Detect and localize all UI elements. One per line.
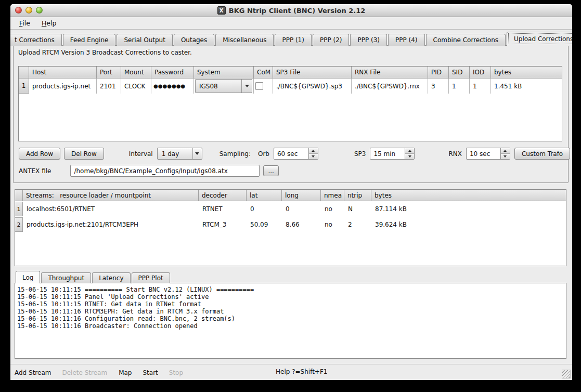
spin-arrows [405,148,414,159]
close-button[interactable] [15,7,22,14]
ntrip-cell: 2 [344,221,371,228]
combobox-arrow-button[interactable] [192,148,202,159]
com-checkbox[interactable] [255,82,263,90]
column-header-rnx-file: RNX File [352,67,428,79]
spin-arrows [500,148,510,159]
tab-bar: t Corrections Feed Engine Serial Output … [10,31,572,46]
password-cell[interactable]: ●●●●●●● [151,79,194,94]
column-header-host: Host [29,67,97,79]
spin-down-button[interactable] [405,154,414,159]
spin-up-icon [503,150,507,152]
stream-row[interactable]: 2 products.igs-ip.net:2101/RTCM3EPH RTCM… [15,217,566,232]
help-shortcut-label: Help ?=Shift+F1 [276,368,327,375]
long-cell: 0 [282,205,321,213]
corner-header-cell [15,190,23,201]
browse-button[interactable]: ... [263,165,278,176]
sid-cell[interactable]: 1 [449,79,470,94]
system-combobox[interactable]: IGS08 [195,79,252,93]
tab-combine-corrections[interactable]: Combine Corrections [426,34,506,46]
tab-ppp-1[interactable]: PPP (1) [275,34,312,46]
sp3-spinbox-value: 15 min [370,148,405,159]
resize-grip[interactable] [562,370,571,378]
orb-spinbox-value: 60 sec [274,148,308,159]
combobox-arrow-button[interactable] [241,80,252,93]
column-header-mountpoint: Streams: resource loader / mountpoint [23,190,199,201]
row-header[interactable]: 2 [15,217,23,232]
add-row-button[interactable]: Add Row [19,148,60,160]
tab-feed-engine[interactable]: Feed Engine [63,34,116,46]
sp3-label: SP3 [354,150,366,158]
title-wrap: X BKG Ntrip Client (BNC) Version 2.12 [217,6,366,15]
log-line: 15-06-15 10:11:16 RTCM3EPH: Get data in … [17,308,564,315]
column-header-sid: SID [449,67,470,79]
host-cell[interactable]: products.igs-ip.net [29,79,97,94]
column-header-sp3-file: SP3 File [273,67,352,79]
menu-item-help[interactable]: Help [37,18,61,28]
port-cell[interactable]: 2101 [97,79,121,94]
bytes-cell[interactable]: 1.451 kB [491,79,562,94]
orb-spinbox[interactable]: 60 sec [274,148,318,160]
com-cell [254,79,273,94]
log-output[interactable]: 15-06-15 10:11:15 ========== Start BNC v… [15,283,566,359]
tab-latency[interactable]: Latency [92,272,130,283]
pid-cell[interactable]: 3 [428,79,449,94]
column-header-com: CoM [254,67,273,79]
tab-miscellaneous[interactable]: Miscellaneous [215,34,274,46]
del-row-button[interactable]: Del Row [64,148,104,160]
tab-ppp-3[interactable]: PPP (3) [350,34,387,46]
spin-up-icon [312,150,315,152]
rnx-file-cell[interactable]: ./BNC${GPSWD}.rnx [352,79,428,94]
column-header-port: Port [97,67,121,79]
spin-down-button[interactable] [309,154,318,159]
tab-upload-corrections[interactable]: Upload Corrections [507,32,572,46]
add-stream-button[interactable]: Add Stream [15,369,51,376]
minimize-button[interactable] [25,7,32,14]
spin-down-button[interactable] [501,154,510,159]
tab-ppp-4[interactable]: PPP (4) [388,34,425,46]
titlebar[interactable]: X BKG Ntrip Client (BNC) Version 2.12 [10,4,572,17]
mount-cell[interactable]: CLOCK [121,79,151,94]
lat-cell: 0 [247,205,282,213]
row-header[interactable]: 1 [15,202,23,216]
tab-outages[interactable]: Outages [174,34,214,46]
spin-up-button[interactable] [405,148,414,154]
tab-corrections[interactable]: t Corrections [10,34,62,46]
log-line: 15-06-15 10:11:16 Configuration read: BN… [17,315,564,322]
tab-throughput[interactable]: Throughput [41,272,91,283]
upload-table-header: Host Port Mount Password System CoM SP3 … [19,67,562,79]
rnx-spinbox[interactable]: 10 sec [466,148,510,160]
custom-trafo-button[interactable]: Custom Trafo [514,148,570,160]
column-header-long: long [282,190,321,201]
spin-up-button[interactable] [501,148,510,154]
iod-cell[interactable]: 1 [470,79,491,94]
tab-ppp-2[interactable]: PPP (2) [313,34,350,46]
map-button[interactable]: Map [119,369,132,376]
bottom-tab-bar: Log Throughput Latency PPP Plot [16,271,171,283]
antex-file-input[interactable]: /home/bkg/BNC/Example_Configs/Input/igs0… [70,165,260,177]
mountpoint-cell: localhost:6501/RTNET [23,205,199,213]
chevron-down-icon [195,152,199,155]
upload-table: Host Port Mount Password System CoM SP3 … [18,66,562,141]
tab-serial-output[interactable]: Serial Output [117,34,172,46]
row-header[interactable]: 1 [19,79,29,94]
log-line: 15-06-15 10:11:15 ========== Start BNC v… [17,286,564,293]
tab-ppp-plot[interactable]: PPP Plot [132,272,170,283]
start-button[interactable]: Start [143,369,158,376]
sp3-spinbox[interactable]: 15 min [370,148,415,160]
stream-row[interactable]: 1 localhost:6501/RTNET RTNET 0 0 no N 87… [15,201,566,217]
sp3-file-cell[interactable]: ./BNC${GPSWD}.sp3 [273,79,352,94]
mountpoint-cell: products.igs-ip.net:2101/RTCM3EPH [23,221,199,228]
spin-down-icon [408,155,411,158]
zoom-button[interactable] [36,7,43,14]
rnx-spinbox-value: 10 sec [467,148,500,159]
tab-log[interactable]: Log [16,271,40,283]
orb-label: Orb [258,150,269,158]
upload-corrections-panel: Upload RTCM Version 3 Broadcast Correcti… [13,45,569,183]
interval-combobox[interactable]: 1 day [157,148,202,160]
decoder-cell: RTNET [199,205,247,213]
spin-up-button[interactable] [309,148,318,154]
column-header-password: Password [151,67,194,79]
menu-item-file[interactable]: File [15,18,35,28]
streams-table: Streams: resource loader / mountpoint de… [15,189,566,266]
upload-controls-row: Add Row Del Row Interval 1 day Sampling:… [19,148,570,160]
